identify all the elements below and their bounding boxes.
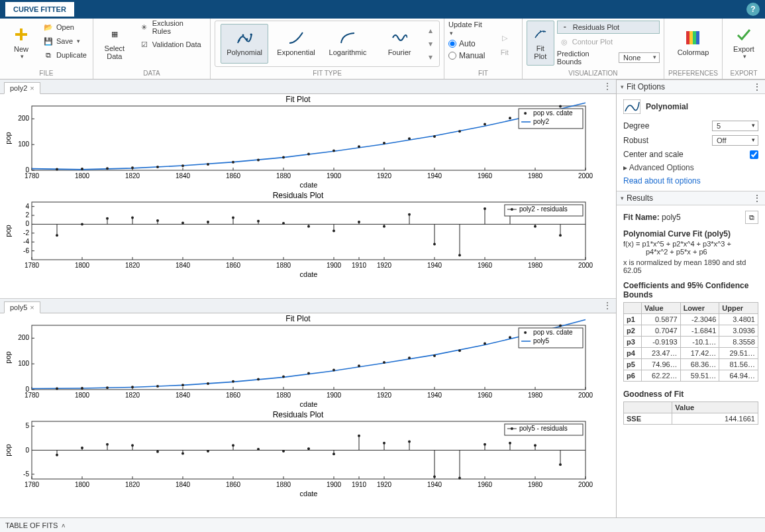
svg-point-258 — [56, 454, 58, 456]
pred-bounds-label: Prediction Bounds — [557, 50, 616, 66]
fit-options-header[interactable]: ▾ Fit Options ⋮ — [617, 80, 765, 94]
fit-name-value: poly5 — [662, 213, 681, 222]
new-button[interactable]: New▾ — [4, 21, 38, 66]
svg-point-125 — [181, 221, 184, 224]
svg-point-194 — [56, 387, 58, 390]
svg-point-158 — [511, 208, 513, 211]
svg-point-210 — [458, 349, 461, 352]
manual-fit-radio[interactable]: Manual — [448, 51, 489, 60]
svg-point-207 — [383, 361, 385, 364]
grid-icon: ▦ — [107, 26, 123, 42]
svg-point-131 — [257, 220, 260, 223]
fittype-polynomial[interactable]: Polynomial — [221, 24, 268, 64]
group-label-viz: VISUALIZATION — [527, 68, 660, 79]
svg-text:0: 0 — [25, 447, 29, 454]
select-data-button[interactable]: ▦ Select Data — [97, 21, 132, 66]
colormap-icon — [686, 30, 701, 46]
svg-text:1800: 1800 — [75, 392, 90, 399]
svg-text:1900: 1900 — [327, 481, 342, 488]
tab-poly2[interactable]: poly2× — [4, 82, 40, 94]
svg-point-2 — [246, 38, 248, 40]
fit-plot-toggle[interactable]: Fit Plot — [527, 21, 554, 66]
residuals-plot-poly5: -505178018001820184018601880190019101920… — [0, 409, 616, 499]
svg-point-205 — [332, 369, 335, 372]
duplicate-button[interactable]: ⧉Duplicate — [41, 48, 89, 62]
validation-data-button[interactable]: ☑Validation Data — [137, 38, 206, 51]
svg-point-266 — [156, 451, 159, 453]
svg-point-58 — [383, 142, 385, 144]
svg-text:1820: 1820 — [125, 262, 140, 269]
svg-point-123 — [156, 219, 159, 222]
curve-fit-title: Polynomial Curve Fit (poly5) — [623, 229, 758, 239]
open-button[interactable]: 📂Open — [41, 21, 89, 34]
svg-point-119 — [106, 217, 109, 220]
close-icon[interactable]: × — [30, 303, 34, 311]
svg-point-54 — [282, 156, 285, 159]
group-label-data: DATA — [97, 68, 206, 79]
gof-title: Goodness of Fit — [623, 390, 758, 399]
auto-fit-radio[interactable]: Auto — [448, 39, 489, 48]
group-label-prefs: PREFERENCES — [668, 68, 718, 79]
center-scale-checkbox[interactable] — [750, 150, 758, 159]
svg-point-286 — [408, 440, 411, 443]
robust-select[interactable]: Off — [712, 135, 758, 146]
fittype-fourier[interactable]: Fourier — [376, 24, 423, 64]
fittype-exponential[interactable]: Exponential — [272, 24, 320, 64]
svg-point-206 — [358, 364, 360, 367]
svg-point-139 — [358, 221, 360, 223]
ribbon-toolstrip: New▾ 📂Open 💾Save▾ ⧉Duplicate FILE ▦ Sele… — [0, 19, 765, 80]
gallery-up-icon[interactable]: ▴ — [429, 26, 433, 35]
ribbon-group-file: New▾ 📂Open 💾Save▾ ⧉Duplicate FILE — [0, 19, 93, 79]
svg-point-203 — [282, 376, 285, 378]
panel-menu-icon[interactable]: ⋮ — [753, 193, 761, 203]
degree-select[interactable]: 5 — [712, 121, 758, 131]
group-label-fittype: FIT TYPE — [215, 68, 440, 79]
table-of-fits-bar[interactable]: TABLE OF FITSʌ — [0, 517, 765, 532]
pane-menu-icon[interactable]: ⋮ — [603, 81, 612, 91]
svg-text:1940: 1940 — [427, 481, 442, 488]
colormap-button[interactable]: Colormap — [676, 21, 711, 66]
svg-text:1800: 1800 — [75, 262, 90, 269]
plot-tab-bar-top: poly2× — [0, 80, 616, 94]
svg-text:-5: -5 — [23, 470, 29, 478]
svg-point-268 — [181, 452, 184, 455]
pane-menu-icon[interactable]: ⋮ — [603, 300, 612, 311]
svg-point-155 — [559, 234, 562, 237]
svg-point-264 — [131, 444, 134, 447]
contour-plot-toggle: ◎Contour Plot — [557, 35, 660, 48]
app-tab[interactable]: CURVE FITTER — [5, 2, 74, 17]
svg-text:pop: pop — [4, 132, 12, 144]
tab-poly5[interactable]: poly5× — [4, 301, 40, 313]
svg-text:2: 2 — [25, 211, 29, 219]
close-icon[interactable]: × — [30, 84, 34, 92]
save-button[interactable]: 💾Save▾ — [41, 34, 89, 48]
panel-menu-icon[interactable]: ⋮ — [753, 82, 761, 91]
fit-type-gallery[interactable]: Polynomial Exponential Logarithmic Fouri… — [215, 21, 440, 67]
svg-text:1780: 1780 — [25, 392, 40, 399]
svg-point-135 — [307, 225, 310, 228]
fit-button: ▷ Fit — [491, 21, 518, 66]
exclusion-rules-button[interactable]: ✳Exclusion Rules — [137, 21, 206, 34]
svg-text:poly2 - residuals: poly2 - residuals — [519, 205, 568, 213]
read-about-link[interactable]: Read about fit options — [623, 176, 758, 186]
gallery-expand-icon[interactable]: ▾ — [429, 52, 433, 62]
svg-text:1940: 1940 — [427, 262, 442, 269]
contour-icon: ◎ — [559, 36, 570, 47]
help-icon[interactable]: ? — [746, 3, 760, 16]
results-header[interactable]: ▾ Results ⋮ — [617, 191, 765, 205]
svg-point-290 — [458, 477, 461, 480]
svg-point-45 — [56, 168, 58, 170]
coefficients-table: ValueLowerUpper p10.5877-2.30463.4801p20… — [623, 302, 758, 382]
svg-point-60 — [433, 135, 436, 138]
residuals-plot-toggle[interactable]: ⁃Residuals Plot — [557, 21, 660, 34]
pred-bounds-select[interactable]: None — [619, 52, 660, 63]
copy-icon[interactable]: ⧉ — [745, 211, 758, 224]
svg-point-202 — [257, 378, 260, 381]
gof-table: Value SSE144.1661 — [623, 401, 758, 425]
advanced-options-toggle[interactable]: ▸ Advanced Options — [623, 163, 758, 172]
svg-text:2000: 2000 — [578, 172, 593, 180]
export-button[interactable]: Export▾ — [727, 21, 761, 66]
svg-point-49 — [156, 166, 159, 168]
gallery-down-icon[interactable]: ▾ — [429, 39, 433, 48]
fittype-logarithmic[interactable]: Logarithmic — [324, 24, 372, 64]
